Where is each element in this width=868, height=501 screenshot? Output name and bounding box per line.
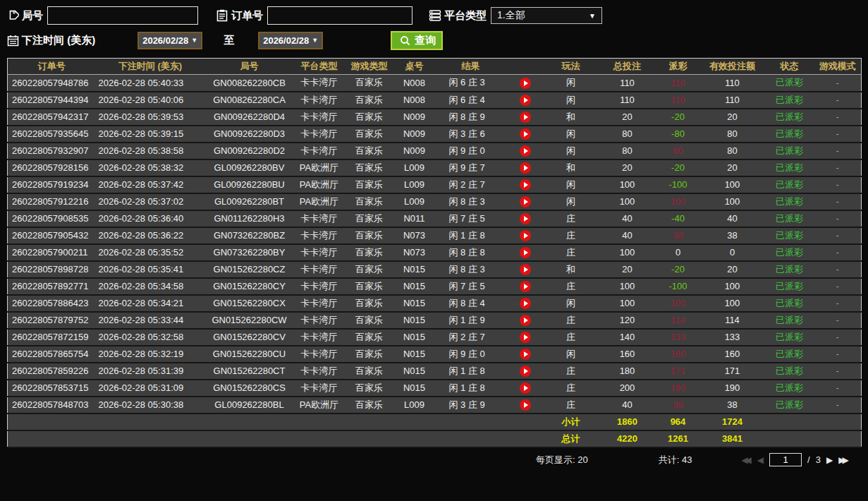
cell-payout: 171 bbox=[656, 363, 700, 380]
cell-total: 40 bbox=[599, 397, 656, 414]
cell-table_no: N015 bbox=[394, 278, 435, 295]
cell-table_no: N011 bbox=[394, 210, 435, 227]
table-row: 2602280579423172026-02-28 05:39:53GN0092… bbox=[8, 109, 862, 126]
cell-status: 已派彩 bbox=[765, 75, 814, 92]
total-label: 小计 bbox=[544, 414, 599, 430]
cell-play bbox=[507, 143, 544, 159]
last-page-button[interactable]: ▶▶ bbox=[838, 455, 848, 465]
play-video-button[interactable] bbox=[520, 349, 531, 360]
table-row: 2602280579281562026-02-28 05:38:32GL0092… bbox=[8, 159, 862, 176]
play-video-button[interactable] bbox=[520, 230, 531, 241]
play-video-button[interactable] bbox=[520, 128, 531, 140]
play-video-button[interactable] bbox=[520, 332, 531, 343]
bet-records-table: 订单号下注时间 (美东)局号平台类型游戏类型桌号结果玩法总投注派彩有效投注额状态… bbox=[7, 58, 862, 448]
play-video-button[interactable] bbox=[520, 382, 531, 394]
play-video-button[interactable] bbox=[520, 247, 531, 258]
cell-round: GN073262280BZ bbox=[205, 227, 294, 244]
round-number-input[interactable] bbox=[47, 6, 198, 25]
cell-game: 百家乐 bbox=[345, 261, 394, 278]
platform-type-select[interactable]: 1.全部 ▼ bbox=[491, 7, 602, 24]
cell-mode: - bbox=[814, 295, 862, 312]
table-row: 2602280578721592026-02-28 05:32:58GN0152… bbox=[8, 329, 862, 346]
cell-round: GN015262280CZ bbox=[205, 261, 294, 278]
play-video-button[interactable] bbox=[520, 111, 531, 123]
first-page-button[interactable]: ◀◀ bbox=[741, 455, 751, 465]
cell-payout: 114 bbox=[656, 312, 700, 329]
play-video-button[interactable] bbox=[520, 399, 531, 411]
cell-payout: 0 bbox=[656, 244, 700, 261]
cell-order: 260228057942317 bbox=[8, 109, 96, 126]
play-video-button[interactable] bbox=[520, 179, 531, 191]
cell-result: 闲 8 庄 3 bbox=[435, 193, 507, 210]
order-number-input[interactable] bbox=[267, 6, 412, 25]
cell-bet: 庄 bbox=[544, 210, 599, 227]
cell-mode: - bbox=[814, 261, 862, 278]
prev-page-button[interactable]: ◀ bbox=[757, 455, 764, 465]
cell-round: GN009262280D4 bbox=[205, 109, 294, 126]
cell-result: 闲 3 庄 9 bbox=[435, 397, 507, 414]
cell-table_no: L009 bbox=[394, 397, 435, 414]
cell-table_no: N073 bbox=[394, 244, 435, 261]
cell-status: 已派彩 bbox=[765, 295, 814, 312]
cell-total: 160 bbox=[599, 346, 656, 363]
cell-order: 260228057859226 bbox=[8, 363, 96, 380]
clipboard-icon bbox=[215, 8, 229, 23]
table-row: 2602280579443942026-02-28 05:40:06GN0082… bbox=[8, 92, 862, 109]
cell-order: 260228057853715 bbox=[8, 380, 96, 397]
cell-valid: 100 bbox=[700, 278, 765, 295]
cell-table_no: N073 bbox=[394, 227, 435, 244]
date-to-select[interactable]: 2026/02/28 ▼ bbox=[258, 32, 323, 49]
cell-result: 闲 9 庄 0 bbox=[435, 143, 507, 159]
cell-round: GN008262280CA bbox=[205, 92, 294, 109]
date-from-select[interactable]: 2026/02/28 ▼ bbox=[137, 32, 202, 49]
play-video-button[interactable] bbox=[520, 145, 531, 157]
play-icon bbox=[524, 284, 528, 289]
cell-result: 闲 6 庄 4 bbox=[435, 92, 507, 109]
play-video-button[interactable] bbox=[520, 196, 531, 207]
cell-order: 260228057872159 bbox=[8, 329, 96, 346]
cell-total: 110 bbox=[599, 75, 656, 92]
next-page-button[interactable]: ▶ bbox=[826, 455, 833, 465]
total-label: 总计 bbox=[544, 430, 599, 447]
play-video-button[interactable] bbox=[520, 366, 531, 377]
cell-play bbox=[507, 244, 544, 261]
cell-platform: 卡卡湾厅 bbox=[294, 363, 345, 380]
cell-mode: - bbox=[814, 312, 862, 329]
play-video-button[interactable] bbox=[520, 95, 531, 106]
play-video-button[interactable] bbox=[520, 213, 531, 224]
play-icon bbox=[524, 368, 528, 374]
cell-platform: PA欧洲厅 bbox=[294, 193, 345, 210]
play-video-button[interactable] bbox=[520, 78, 531, 89]
cell-round: GL009262280BL bbox=[205, 397, 294, 414]
cell-play bbox=[507, 210, 544, 227]
cell-status: 已派彩 bbox=[765, 193, 814, 210]
cell-payout: 160 bbox=[656, 346, 700, 363]
cell-valid: 38 bbox=[700, 227, 765, 244]
play-video-button[interactable] bbox=[520, 162, 531, 174]
platform-stack-icon bbox=[428, 8, 442, 23]
bet-time-label: 下注时间 (美东) bbox=[22, 34, 95, 47]
cell-round: GN015262280CS bbox=[205, 380, 294, 397]
play-video-button[interactable] bbox=[520, 315, 531, 326]
page-number-input[interactable] bbox=[769, 453, 802, 466]
play-icon bbox=[524, 267, 528, 272]
play-video-button[interactable] bbox=[520, 264, 531, 275]
cell-round: GN073262280BY bbox=[205, 244, 294, 261]
cell-valid: 110 bbox=[700, 92, 765, 109]
cell-time: 2026-02-28 05:34:58 bbox=[96, 278, 205, 295]
table-header-row: 订单号下注时间 (美东)局号平台类型游戏类型桌号结果玩法总投注派彩有效投注额状态… bbox=[8, 59, 862, 75]
play-video-button[interactable] bbox=[520, 298, 531, 309]
total-value: 4220 bbox=[599, 430, 656, 447]
cell-time: 2026-02-28 05:40:06 bbox=[96, 92, 205, 109]
play-video-button[interactable] bbox=[520, 281, 531, 292]
cell-payout: -100 bbox=[656, 278, 700, 295]
table-body: 2602280579487862026-02-28 05:40:33GN0082… bbox=[8, 75, 862, 414]
column-header: 订单号 bbox=[8, 59, 96, 75]
cell-total: 140 bbox=[599, 329, 656, 346]
cell-play bbox=[507, 329, 544, 346]
cell-time: 2026-02-28 05:39:53 bbox=[96, 109, 205, 126]
cell-play bbox=[507, 159, 544, 176]
cell-game: 百家乐 bbox=[345, 397, 394, 414]
cell-payout: -20 bbox=[656, 261, 700, 278]
search-button[interactable]: 查询 bbox=[391, 31, 443, 50]
